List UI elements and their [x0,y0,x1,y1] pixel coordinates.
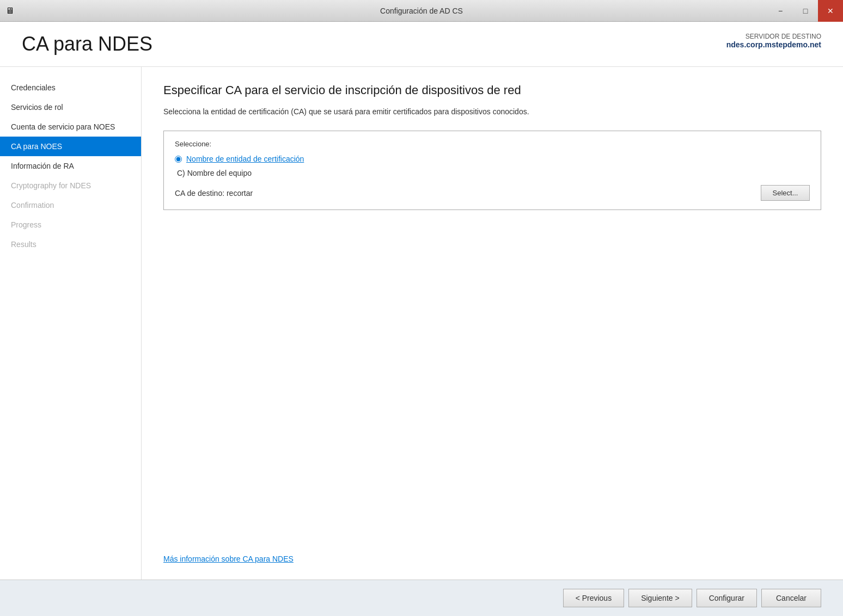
more-info-link[interactable]: Más información sobre CA para NDES [163,555,294,563]
sidebar: Credenciales Servicios de rol Cuenta de … [0,67,142,580]
radio-a-input[interactable] [175,156,182,163]
window-controls: − □ ✕ [768,0,843,22]
title-bar: 🖥 Configuración de AD CS − □ ✕ [0,0,843,22]
select-button[interactable]: Select... [761,185,810,201]
main-window: CA para NDES SERVIDOR DE DESTINO ndes.co… [0,22,843,616]
sidebar-item-servicios[interactable]: Servicios de rol [0,97,141,117]
radio-a-label[interactable]: Nombre de entidad de certificación [186,155,304,163]
main-description: Selecciona la entidad de certificación (… [163,106,821,118]
window-title: Configuración de AD CS [380,7,463,15]
footer: < Previous Siguiente > Configurar Cancel… [0,580,843,616]
select-group: Seleccione: Nombre de entidad de certifi… [163,131,821,210]
main-panel: Especificar CA para el servicio de inscr… [142,67,843,580]
minimize-button[interactable]: − [768,0,793,22]
app-icon: 🖥 [4,5,15,16]
sidebar-item-results: Results [0,235,141,254]
sidebar-item-ca-noes[interactable]: CA para NOES [0,137,141,156]
option-b: C) Nombre del equipo [175,169,810,177]
server-name: ndes.corp.mstepdemo.net [726,40,821,49]
ca-destino-label: CA de destino: recortar [175,189,253,198]
sidebar-item-progress: Progress [0,215,141,235]
ca-destino-row: CA de destino: recortar Select... [175,185,810,201]
main-title: Especificar CA para el servicio de inscr… [163,83,821,97]
select-legend: Seleccione: [175,140,810,148]
server-info: SERVIDOR DE DESTINO ndes.corp.mstepdemo.… [726,33,821,49]
header: CA para NDES SERVIDOR DE DESTINO ndes.co… [0,22,843,67]
maximize-button[interactable]: □ [793,0,818,22]
page-title: CA para NDES [22,33,152,56]
sidebar-item-confirmation: Confirmation [0,195,141,215]
server-label: SERVIDOR DE DESTINO [726,33,821,40]
configure-button[interactable]: Configurar [697,589,757,607]
sidebar-item-cryptography: Cryptography for NDES [0,176,141,195]
next-button[interactable]: Siguiente > [628,589,692,607]
cancel-button[interactable]: Cancelar [761,589,821,607]
content-area: Credenciales Servicios de rol Cuenta de … [0,67,843,580]
sidebar-item-cuenta[interactable]: Cuenta de servicio para NOES [0,117,141,137]
radio-option-a[interactable]: Nombre de entidad de certificación [175,155,810,163]
close-button[interactable]: ✕ [818,0,843,22]
sidebar-item-credenciales[interactable]: Credenciales [0,78,141,97]
previous-button[interactable]: < Previous [563,589,625,607]
sidebar-item-info-ra[interactable]: Información de RA [0,156,141,176]
